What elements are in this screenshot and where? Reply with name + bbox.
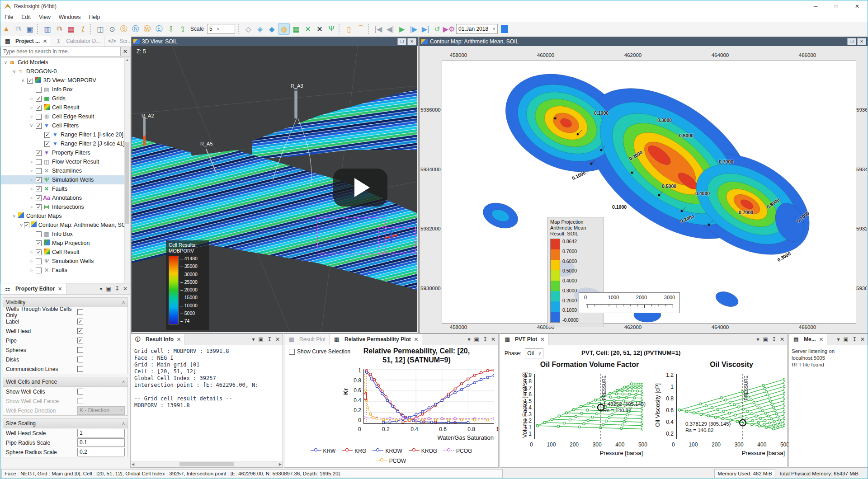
fault-faces-icon[interactable]: ✕ (302, 23, 313, 34)
dock-float-icon[interactable]: ▣ (763, 336, 768, 343)
legend-item-krw[interactable]: KRW (311, 448, 336, 454)
result-info-hscrollbar[interactable]: ◀▶ (131, 461, 283, 467)
view3d-titlebar[interactable]: 3D View: SOIL ❐ ✕ (132, 37, 418, 46)
tab-project-[interactable]: ▤Project ...✕ (0, 36, 51, 47)
dock-pin-icon[interactable]: ↧ (772, 336, 776, 343)
tab-calculator-d-[interactable]: ⁒Calculator D... (51, 36, 104, 47)
menu-windows[interactable]: Windows (55, 14, 85, 20)
tab-pvt-plot[interactable]: ▥ PVT Plot✕ (500, 334, 549, 345)
tree-scrollbar[interactable]: ▲▼ (124, 57, 130, 309)
tree-item-cell-edge-result[interactable]: ˃⊞Cell Edge Result (1, 112, 125, 121)
prop-input[interactable]: 0.2 (77, 448, 125, 456)
dock-menu-icon[interactable]: ▾ (252, 336, 255, 343)
play-settings-icon[interactable]: ▶⚙ (443, 23, 454, 34)
expander-icon[interactable]: ˃ (28, 195, 34, 201)
ruler-vertical-icon[interactable]: ▯ (344, 23, 354, 34)
gridbox-wire-icon[interactable]: ◇ (243, 23, 254, 34)
menu-view[interactable]: View (35, 14, 55, 20)
prop-checkbox[interactable]: ✓ (77, 338, 83, 343)
plot-window-icon[interactable]: ▥ (42, 23, 53, 34)
zoom-all-icon[interactable]: ⊙ (107, 23, 118, 34)
tree-item-flow-vector-result[interactable]: ˃◫Flow Vector Result (1, 157, 125, 166)
expander-icon[interactable]: ˃ (28, 258, 34, 264)
tree-item-range-filter-1-i-slice-20-[interactable]: ✓▼Range Filter 1 [I-slice 20] (1, 130, 125, 139)
contour-map-titlebar[interactable]: Contour Map: Arithmetic Mean, SOIL ❐ ✕ (420, 37, 868, 46)
snap-up-icon[interactable]: ⇧ (177, 23, 188, 34)
expander-icon[interactable]: ˅ (11, 69, 17, 74)
well-style-icon[interactable]: Ψ (326, 23, 337, 34)
prop-checkbox[interactable] (77, 366, 83, 372)
tab-relative-permeability-plot[interactable]: ▥ Relative Permeability Plot✕ (330, 334, 422, 345)
dock-menu-icon[interactable]: ▾ (757, 336, 760, 343)
expander-icon[interactable]: ˅ (11, 213, 17, 219)
tree-checkbox[interactable]: ✓ (36, 249, 42, 255)
tree-checkbox[interactable] (36, 268, 42, 273)
tree-item-streamlines[interactable]: ˃✕Streamlines (1, 166, 125, 175)
legend-item-krg[interactable]: KRG (342, 448, 366, 454)
dock-menu-icon[interactable]: ▾ (100, 286, 103, 292)
fault-labels-icon[interactable]: ✕ (314, 23, 325, 34)
dock-float-icon[interactable]: ▣ (259, 336, 264, 343)
tab-property-editor[interactable]: ⚏ Property Editor✕ (0, 283, 66, 294)
menu-file[interactable]: File (0, 14, 17, 20)
tree-item-simulation-wells[interactable]: ˃ΨSimulation Wells (1, 257, 125, 266)
ruler-curve-icon[interactable]: ⌒ (355, 23, 366, 34)
expander-icon[interactable]: ˃ (28, 168, 34, 174)
dock-close-icon[interactable]: ✕ (860, 336, 865, 343)
snap-down-icon[interactable]: ⇩ (165, 23, 176, 34)
tree-checkbox[interactable]: ✓ (27, 78, 33, 84)
tree-checkbox[interactable]: ✓ (36, 123, 42, 129)
view-east-icon[interactable]: Ⓔ (154, 23, 165, 34)
tree-item-property-filters[interactable]: ✓▼Property Filters (1, 148, 125, 157)
tree-item-contour-maps[interactable]: ˅Contour Maps (1, 211, 125, 221)
view3d-viewport[interactable]: Z: 5 R_A2R_A3R_A5 Cell Results: MOBPORV … (132, 46, 417, 332)
split-view-icon[interactable]: ◫ (95, 23, 106, 34)
scale-select[interactable]: 5˅ (207, 24, 235, 34)
contour-map-canvas[interactable]: 458000460000462000464000466000 458000460… (420, 46, 867, 332)
tree-checkbox[interactable] (36, 159, 42, 165)
menu-edit[interactable]: Edit (17, 14, 35, 20)
tree-checkbox[interactable]: ✓ (36, 105, 42, 111)
expander-icon[interactable]: ˃ (28, 177, 34, 183)
tree-item-info-box[interactable]: ▤Info Box (1, 85, 125, 94)
tree-checkbox[interactable]: ✓ (44, 141, 50, 147)
expander-icon[interactable]: ˃ (28, 159, 34, 164)
contour-close-icon[interactable]: ✕ (857, 38, 866, 45)
tree-checkbox[interactable]: ✓ (36, 240, 42, 246)
legend-item-krow[interactable]: KROW (373, 448, 402, 454)
timestep-select[interactable]: 01.Jan 2018˅ (456, 24, 498, 34)
play-icon[interactable]: ▶ (396, 23, 407, 34)
tab-result-info[interactable]: ⓘ Result Info✕ (131, 334, 185, 345)
prop-input[interactable]: 1 (77, 429, 125, 437)
tree-checkbox[interactable] (36, 168, 42, 174)
resinsight-logo-icon[interactable]: ▲ (1, 23, 12, 34)
expander-icon[interactable]: ˃ (28, 114, 34, 119)
dock-close-icon[interactable]: ✕ (491, 336, 495, 343)
step-forward-icon[interactable]: |▶ (408, 23, 419, 34)
expander-icon[interactable]: ˃ (28, 204, 34, 210)
expander-icon[interactable]: ˅ (28, 123, 34, 128)
legend-item-pcog[interactable]: PCOG (443, 448, 472, 454)
view-south-icon[interactable]: Ⓢ (118, 23, 129, 34)
contour-restore-icon[interactable]: ❐ (847, 38, 856, 45)
tree-item-range-filter-2-j-slice-41-[interactable]: ✓▼Range Filter 2 [J-slice 41] (1, 139, 125, 148)
group-header[interactable]: Size Scaling˄ (3, 419, 127, 428)
tree-checkbox[interactable]: ✓ (36, 186, 42, 192)
tree-item-annotations[interactable]: ˃✓AaAnnotations (1, 193, 125, 202)
tab-result-plot[interactable]: ▥ Result Plot (284, 334, 330, 345)
dock-float-icon[interactable]: ▣ (474, 336, 479, 343)
expander-icon[interactable]: ˃ (28, 186, 34, 192)
close-button[interactable]: ✕ (847, 0, 868, 12)
legend-item-krog[interactable]: KROG (409, 448, 437, 454)
tree-item-contour-map-arithmetic-mean-soil[interactable]: ˅✓Contour Map: Arithmetic Mean, SOIL (1, 221, 125, 230)
expander-icon[interactable]: ˅ (3, 60, 9, 65)
maximize-button[interactable]: □ (826, 0, 847, 12)
prop-checkbox[interactable]: ✓ (77, 319, 83, 324)
tree-checkbox[interactable]: ✓ (24, 222, 29, 228)
tree-checkbox[interactable]: ✓ (36, 150, 42, 156)
view-north-icon[interactable]: Ⓝ (130, 23, 141, 34)
view3d-close-icon[interactable]: ✕ (407, 38, 416, 45)
tree-checkbox[interactable] (36, 114, 42, 120)
view-west-icon[interactable]: Ⓦ (142, 23, 153, 34)
expander-icon[interactable]: ˃ (28, 105, 34, 110)
